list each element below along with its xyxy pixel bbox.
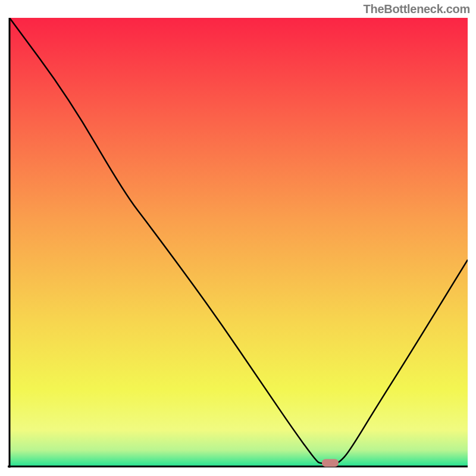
attribution-text: TheBottleneck.com (364, 2, 470, 16)
chart-svg (8, 18, 468, 468)
chart-background-gradient (10, 18, 468, 466)
minimum-marker (322, 459, 339, 467)
bottleneck-chart (8, 18, 468, 468)
